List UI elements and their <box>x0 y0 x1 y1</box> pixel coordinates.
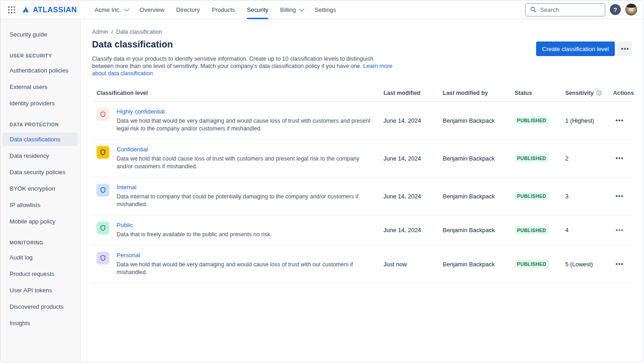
classification-description: Data we hold that would be very damaging… <box>117 261 374 276</box>
table-row: Public Data that is freely available to … <box>92 215 632 245</box>
chevron-down-icon <box>299 6 304 11</box>
row-actions-button[interactable] <box>613 154 626 163</box>
column-sensitivity: Sensitivity <box>561 87 608 101</box>
column-actions: Actions <box>608 87 633 101</box>
shield-icon <box>97 184 109 197</box>
nav-item-products[interactable]: Products <box>206 0 241 19</box>
app-switcher-button[interactable] <box>5 3 18 16</box>
status-cell: PUBLISHED <box>510 254 561 274</box>
sidebar-item-byok-encryption[interactable]: BYOK encryption <box>0 182 80 195</box>
status-badge: PUBLISHED <box>515 260 548 268</box>
status-cell: PUBLISHED <box>510 111 561 130</box>
info-icon[interactable] <box>596 90 602 96</box>
nav-item-security[interactable]: Security <box>241 0 274 19</box>
sidebar-item-authentication-policies[interactable]: Authentication policies <box>0 64 80 77</box>
shield-icon <box>97 146 109 159</box>
search-box[interactable] <box>525 3 605 16</box>
primary-nav: Acme Inc. Overview Directory Products Se… <box>89 0 342 19</box>
last-modified-by-cell: Benjamin Backpack <box>438 112 510 130</box>
status-badge: PUBLISHED <box>515 116 548 124</box>
sidebar-item-data-classifications[interactable]: Data classifications <box>3 133 78 146</box>
last-modified-cell: June 14, 2024 <box>379 112 438 130</box>
sidebar-item-data-residency[interactable]: Data residency <box>0 149 80 162</box>
sidebar-item-insights[interactable]: Insights <box>0 316 80 330</box>
classification-link[interactable]: Internal <box>117 184 136 191</box>
sidebar-item-mobile-app-policy[interactable]: Mobile app policy <box>0 215 80 228</box>
search-input[interactable] <box>540 6 595 13</box>
row-actions-button[interactable] <box>613 259 626 269</box>
sidebar-item-security-guide[interactable]: Security guide <box>0 28 80 41</box>
breadcrumb: Admin / Data classification <box>92 29 632 35</box>
classification-link[interactable]: Highly confidential <box>117 108 165 115</box>
app-window: ATLASSIAN Acme Inc. Overview Directory P… <box>0 0 644 363</box>
breadcrumb-admin[interactable]: Admin <box>92 29 108 35</box>
status-cell: PUBLISHED <box>510 187 561 206</box>
row-actions-button[interactable] <box>613 192 626 201</box>
classification-link[interactable]: Confidential <box>117 146 148 153</box>
last-modified-by-cell: Benjamin Backpack <box>438 150 510 167</box>
page-more-actions-button[interactable] <box>618 41 632 56</box>
sidebar-item-identity-providers[interactable]: Identity providers <box>0 97 80 110</box>
nav-item-directory[interactable]: Directory <box>170 0 206 19</box>
ellipsis-icon <box>621 48 623 50</box>
grid-icon <box>8 6 15 14</box>
sidebar-section-monitoring: MONITORING <box>0 238 80 247</box>
sidebar-item-user-api-tokens[interactable]: User API tokens <box>0 284 80 297</box>
top-navigation-bar: ATLASSIAN Acme Inc. Overview Directory P… <box>0 0 644 19</box>
ellipsis-icon <box>616 263 618 265</box>
header-actions: Create classification level <box>536 41 632 56</box>
status-badge: PUBLISHED <box>515 192 548 200</box>
sensitivity-cell: 1 (Highest) <box>561 112 608 130</box>
ellipsis-icon <box>616 157 618 159</box>
classification-table: Classification level Last modified Last … <box>92 87 632 283</box>
nav-item-overview[interactable]: Overview <box>134 0 170 19</box>
page-title: Data classification <box>92 39 393 50</box>
last-modified-cell: June 14, 2024 <box>379 187 438 205</box>
sidebar-item-data-security-policies[interactable]: Data security policies <box>0 166 80 179</box>
nav-item-billing[interactable]: Billing <box>274 0 309 19</box>
user-avatar[interactable] <box>625 4 637 16</box>
help-button[interactable]: ? <box>610 4 621 15</box>
sidebar-section-user-security: USER SECURITY <box>0 51 80 60</box>
atlassian-mark-icon <box>21 5 30 14</box>
create-classification-level-button[interactable]: Create classification level <box>536 41 615 56</box>
last-modified-by-cell: Benjamin Backpack <box>438 187 510 205</box>
row-actions-button[interactable] <box>613 226 626 235</box>
sidebar-item-product-requests[interactable]: Product requests <box>0 267 80 280</box>
classification-link[interactable]: Personal <box>117 252 140 259</box>
sidebar-item-external-users[interactable]: External users <box>0 80 80 93</box>
page-header: Data classification Classify data in you… <box>92 39 393 77</box>
last-modified-cell: Just now <box>379 255 438 273</box>
search-icon <box>530 6 537 13</box>
shield-icon <box>97 252 109 264</box>
status-cell: PUBLISHED <box>510 221 561 240</box>
table-row: Internal Data internal to company that c… <box>92 177 632 215</box>
table-row: Highly confidential Data we hold that wo… <box>92 102 632 140</box>
logo-wordmark: ATLASSIAN <box>33 5 77 14</box>
classification-link[interactable]: Public <box>117 222 133 228</box>
chevron-down-icon <box>124 6 129 11</box>
last-modified-by-cell: Benjamin Backpack <box>438 221 510 239</box>
topnav-right: ? <box>525 3 637 16</box>
classification-description: Data that is freely available to the pub… <box>117 231 271 239</box>
sidebar-item-ip-allowlists[interactable]: IP allowlists <box>0 198 80 212</box>
ellipsis-icon <box>616 195 618 197</box>
table-header: Classification level Last modified Last … <box>92 87 632 102</box>
sidebar-item-audit-log[interactable]: Audit log <box>0 251 80 264</box>
org-switcher[interactable]: Acme Inc. <box>89 0 134 19</box>
column-last-modified-by: Last modified by <box>438 87 510 101</box>
status-badge: PUBLISHED <box>515 226 548 234</box>
row-actions-button[interactable] <box>613 116 626 125</box>
sensitivity-cell: 3 <box>561 187 608 205</box>
last-modified-by-cell: Benjamin Backpack <box>438 255 510 273</box>
atlassian-logo[interactable]: ATLASSIAN <box>21 5 77 14</box>
page-description: Classify data in your products to identi… <box>92 55 393 77</box>
table-row: Confidential Data we hold that could cau… <box>92 140 632 177</box>
classification-description: Data we hold that could cause loss of tr… <box>117 155 374 171</box>
sidebar-item-discovered-products[interactable]: Discovered products <box>0 300 80 313</box>
sensitivity-cell: 4 <box>561 221 608 239</box>
nav-item-settings[interactable]: Settings <box>309 0 342 19</box>
question-mark-icon: ? <box>613 6 617 13</box>
last-modified-cell: June 14, 2024 <box>379 150 438 167</box>
ellipsis-icon <box>616 229 618 231</box>
